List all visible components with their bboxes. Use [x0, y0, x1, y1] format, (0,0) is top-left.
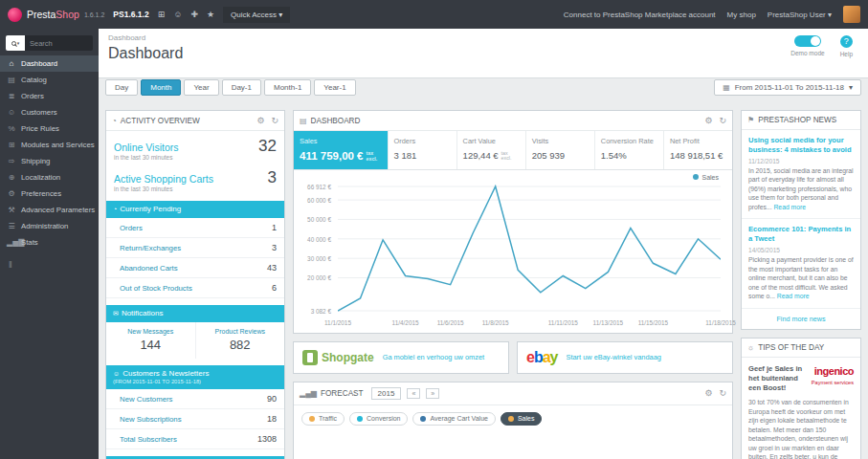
kpi-net-profit[interactable]: Net Profit 148 918,51 € — [664, 131, 732, 169]
kpi-cart-value[interactable]: Cart Value 129,44 €tax excl. — [457, 131, 526, 169]
forecast-chip-conversion[interactable]: Conversion — [349, 412, 408, 426]
find-more-news-link[interactable]: Find more news — [742, 308, 860, 329]
user-menu[interactable]: PrestaShop User ▾ — [768, 11, 832, 19]
read-more-link[interactable]: Read more — [773, 204, 806, 210]
gear-icon[interactable]: ⚙ — [704, 116, 712, 125]
user-icon[interactable]: ☺ — [173, 10, 182, 19]
search-scope-button[interactable]: ▾ — [6, 35, 25, 51]
gear-icon[interactable]: ⚙ — [704, 388, 712, 398]
breadcrumb[interactable]: Dashboard — [108, 33, 858, 42]
product-reviews-link[interactable]: Product Reviews 882 — [195, 322, 285, 359]
forecast-year-select[interactable]: 2015 — [371, 387, 402, 400]
trophy-icon[interactable]: ★ — [207, 10, 214, 19]
news-item-title[interactable]: Ecommerce 101: Payments in a Tweet — [748, 225, 854, 244]
news-item-date: 14/05/2015 — [748, 247, 854, 253]
x-axis-tick: 11/13/2015 — [593, 319, 624, 326]
y-axis-tick: 30 000 € — [307, 254, 331, 261]
sidebar-item-label: Price Rules — [21, 124, 59, 133]
traffic-series-dot — [309, 416, 315, 422]
cart-icon[interactable]: ⊞ — [158, 10, 166, 19]
sidebar-item-preferences[interactable]: ⚙Preferences — [0, 186, 99, 202]
tip-body-text: 30 tot 70% van de consumenten in Europa … — [748, 398, 854, 459]
my-shop-link[interactable]: My shop — [727, 11, 756, 19]
price-rules-icon: % — [7, 124, 16, 133]
filter-year-1-button[interactable]: Year-1 — [314, 79, 355, 96]
y-axis-tick: 60 000 € — [307, 196, 331, 203]
forecast-chip-sales[interactable]: Sales — [501, 412, 543, 426]
sales-chart-plot — [338, 184, 721, 314]
add-icon[interactable]: ✚ — [190, 10, 198, 19]
quick-access-menu[interactable]: Quick Access ▾ — [223, 7, 290, 23]
sidebar-item-price-rules[interactable]: %Price Rules — [0, 120, 99, 137]
sidebar-item-orders[interactable]: ≣Orders — [0, 88, 99, 104]
collapse-sidebar-icon[interactable]: ‖ — [0, 251, 99, 279]
prestashop-logo[interactable]: PrestaShop 1.6.1.2 — [8, 8, 104, 22]
shop-name[interactable]: PS1.6.1.2 — [113, 10, 148, 19]
filter-month-1-button[interactable]: Month-1 — [264, 79, 311, 96]
filter-year-button[interactable]: Year — [184, 79, 218, 96]
tip-headline[interactable]: Geef je Sales in het buitenland een Boos… — [748, 364, 803, 394]
kpi-conversion-rate[interactable]: Conversion Rate 1.54% — [595, 131, 664, 169]
notifications-header: ✉Notifications — [106, 305, 284, 322]
ebay-module-card: ebay Start uw eBay-winkel vandaag — [517, 341, 733, 374]
main-menu: ⌂Dashboard ▤Catalog ≣Orders ☺Customers %… — [0, 55, 99, 251]
online-visitors-value: 32 — [258, 137, 277, 156]
forecast-next-button[interactable]: » — [426, 388, 439, 399]
x-axis-tick: 11/18/2015 — [705, 319, 736, 326]
search-icon — [11, 41, 16, 46]
chevron-down-icon: ▾ — [828, 11, 832, 19]
news-item-title[interactable]: Using social media for your business: 4 … — [748, 136, 854, 155]
ebay-link[interactable]: Start uw eBay-winkel vandaag — [567, 353, 661, 361]
x-axis-tick: 11/6/2015 — [437, 319, 464, 326]
x-axis-tick: 11/8/2015 — [482, 319, 509, 326]
refresh-icon[interactable]: ↻ — [719, 388, 726, 398]
shopgate-link[interactable]: Ga mobiel en verhoog uw omzet — [383, 353, 484, 361]
topbar: PrestaShop 1.6.1.2 PS1.6.1.2 ⊞ ☺ ✚ ★ Qui… — [0, 0, 868, 29]
search-input[interactable] — [25, 35, 93, 51]
new-customers-link[interactable]: New Customers — [120, 395, 172, 404]
forecast-chip-traffic[interactable]: Traffic — [301, 412, 345, 426]
sidebar-item-administration[interactable]: ☰Administration — [0, 218, 99, 234]
demo-mode-toggle[interactable] — [794, 35, 821, 47]
forecast-chip-average-cart-value[interactable]: Average Cart Value — [412, 412, 495, 426]
help-icon[interactable]: ? — [840, 35, 853, 48]
envelope-icon: ✉ — [113, 310, 119, 317]
abandoned-carts-link[interactable]: Abandoned Carts — [120, 264, 178, 273]
sidebar-item-stats[interactable]: ▂▅▇Stats — [0, 234, 99, 251]
forecast-prev-button[interactable]: « — [407, 388, 420, 399]
new-subscriptions-link[interactable]: New Subscriptions — [120, 415, 182, 424]
filter-day-button[interactable]: Day — [105, 79, 138, 96]
filter-day-1-button[interactable]: Day-1 — [222, 79, 261, 96]
sidebar-item-localization[interactable]: ⊕Localization — [0, 169, 99, 186]
user-avatar[interactable] — [843, 6, 860, 23]
sidebar-item-label: Dashboard — [21, 59, 57, 68]
shopgate-phone-icon — [302, 350, 318, 365]
kpi-visits[interactable]: Visits 205 939 — [526, 131, 595, 169]
filter-month-button[interactable]: Month — [141, 79, 181, 96]
x-axis-tick: 11/15/2015 — [638, 319, 669, 326]
sidebar-item-advanced-parameters[interactable]: ⚒Advanced Parameters — [0, 202, 99, 218]
sidebar-item-label: Stats — [21, 238, 38, 247]
read-more-link[interactable]: Read more — [777, 293, 810, 299]
sidebar-item-modules[interactable]: ⊞Modules and Services — [0, 137, 99, 153]
new-messages-link[interactable]: New Messages 144 — [106, 322, 195, 359]
online-visitors-link[interactable]: Online Visitors — [114, 142, 179, 153]
returns-link[interactable]: Return/Exchanges — [120, 244, 181, 252]
sidebar-item-catalog[interactable]: ▤Catalog — [0, 72, 99, 88]
sidebar-item-shipping[interactable]: ⇨Shipping — [0, 153, 99, 169]
marketplace-connect-link[interactable]: Connect to PrestaShop Marketplace accoun… — [564, 11, 716, 19]
refresh-icon[interactable]: ↻ — [719, 116, 726, 125]
kpi-sales[interactable]: Sales 411 759,00 €tax excl. — [294, 131, 389, 169]
flag-icon: ⚑ — [747, 116, 754, 124]
kpi-orders[interactable]: Orders 3 181 — [389, 131, 457, 169]
orders-link[interactable]: Orders — [120, 224, 143, 232]
gear-icon[interactable]: ⚙ — [256, 116, 264, 125]
refresh-icon[interactable]: ↻ — [271, 116, 278, 125]
out-of-stock-link[interactable]: Out of Stock Products — [120, 284, 192, 293]
total-subscribers-link[interactable]: Total Subscribers — [120, 435, 177, 444]
administration-icon: ☰ — [7, 222, 16, 230]
date-range-picker[interactable]: ▦ From 2015-11-01 To 2015-11-18 ▾ — [714, 79, 861, 96]
active-carts-link[interactable]: Active Shopping Carts — [114, 173, 213, 185]
sidebar-item-dashboard[interactable]: ⌂Dashboard — [0, 55, 99, 72]
sidebar-item-customers[interactable]: ☺Customers — [0, 104, 99, 120]
